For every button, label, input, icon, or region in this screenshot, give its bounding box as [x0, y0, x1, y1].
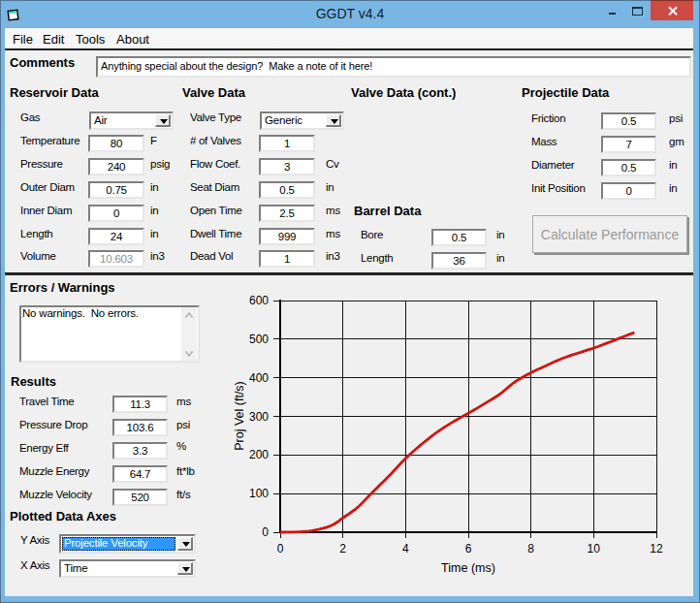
- svg-text:Proj Vel (ft/s): Proj Vel (ft/s): [233, 381, 246, 451]
- svg-text:10: 10: [588, 542, 601, 555]
- svg-text:0: 0: [262, 525, 269, 539]
- svg-text:8: 8: [527, 542, 534, 555]
- svg-text:400: 400: [249, 371, 269, 385]
- svg-text:100: 100: [249, 487, 269, 500]
- svg-text:6: 6: [465, 542, 472, 555]
- svg-text:200: 200: [249, 448, 269, 461]
- svg-text:0: 0: [277, 542, 284, 555]
- svg-text:Time (ms): Time (ms): [441, 561, 495, 575]
- svg-text:4: 4: [402, 542, 409, 555]
- svg-text:12: 12: [650, 542, 663, 555]
- svg-text:500: 500: [249, 333, 269, 346]
- svg-text:300: 300: [249, 410, 269, 424]
- svg-text:600: 600: [249, 294, 269, 307]
- svg-text:2: 2: [339, 542, 346, 555]
